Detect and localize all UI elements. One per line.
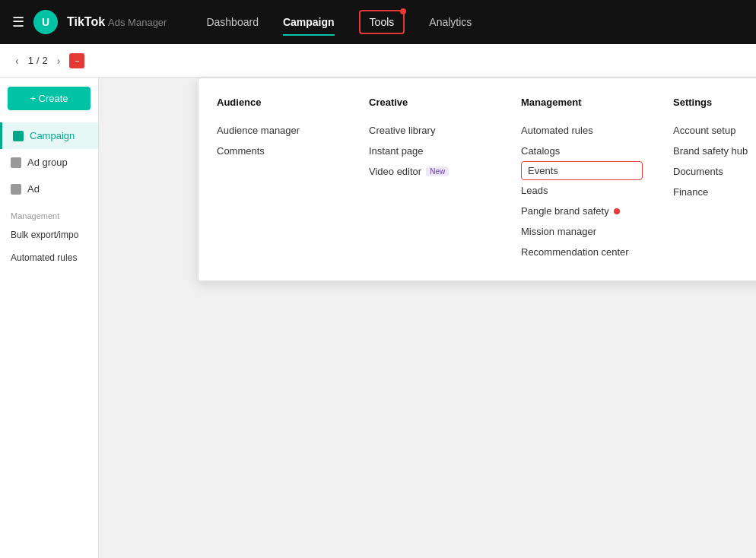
brand-name: TikTokAds Manager [67,15,167,29]
campaign-icon [13,131,24,141]
pagination-info: 1 / 2 [28,55,48,66]
management-col-title: Management [521,97,643,108]
avatar: U [33,10,58,34]
sidebar: + Create Campaign Ad group Ad Management… [0,78,99,558]
sidebar-bulk-export[interactable]: Bulk export/impo [0,224,98,246]
menu-item-instant-page[interactable]: Instant page [369,141,491,161]
menu-item-comments[interactable]: Comments [217,141,338,161]
creative-col-title: Creative [369,97,491,108]
nav-dashboard[interactable]: Dashboard [206,10,259,34]
menu-item-events[interactable]: Events [521,161,643,180]
menu-column-creative: Creative Creative library Instant page V… [369,97,491,262]
menu-item-video-editor[interactable]: Video editor New [369,161,491,182]
subheader: ‹ 1 / 2 › − [0,44,756,78]
main-layout: + Create Campaign Ad group Ad Management… [0,78,756,558]
close-button[interactable]: − [69,53,84,68]
management-section-label: Management [0,202,98,224]
menu-item-pangle-brand-safety[interactable]: Pangle brand safety [521,201,643,221]
menu-item-account-setup[interactable]: Account setup [673,120,756,141]
adgroup-icon [11,157,21,168]
menu-item-creative-library[interactable]: Creative library [369,120,491,141]
menu-item-finance[interactable]: Finance [673,182,756,202]
menu-item-automated-rules[interactable]: Automated rules [521,120,643,141]
top-navigation: ☰ U TikTokAds Manager Dashboard Campaign… [0,0,756,44]
new-badge: New [426,166,449,176]
nav-campaign[interactable]: Campaign [283,10,335,34]
sidebar-item-ad[interactable]: Ad [0,176,98,202]
menu-item-recommendation-center[interactable]: Recommendation center [521,242,643,262]
nav-links: Dashboard Campaign Tools Analytics [206,10,472,34]
menu-column-management: Management Automated rules Catalogs Even… [521,97,643,262]
menu-item-brand-safety-hub[interactable]: Brand safety hub [673,141,756,161]
menu-column-audience: Audience Audience manager Comments [217,97,338,262]
settings-col-title: Settings [673,97,756,108]
menu-item-audience-manager[interactable]: Audience manager [217,120,338,141]
pangle-notification-dot [614,208,620,214]
menu-item-leads[interactable]: Leads [521,180,643,201]
ad-icon [11,184,21,195]
menu-item-catalogs[interactable]: Catalogs [521,141,643,161]
sidebar-automated-rules[interactable]: Automated rules [0,246,98,269]
tools-notification-dot [400,8,406,14]
menu-item-mission-manager[interactable]: Mission manager [521,221,643,242]
nav-analytics[interactable]: Analytics [429,16,472,28]
menu-column-settings: Settings Account setup Brand safety hub … [673,97,756,262]
nav-tools[interactable]: Tools [359,10,405,34]
sidebar-item-adgroup[interactable]: Ad group [0,149,98,176]
menu-item-documents[interactable]: Documents [673,161,756,182]
create-button[interactable]: + Create [8,87,91,110]
pagination-next[interactable]: › [54,53,64,68]
pagination-prev[interactable]: ‹ [12,53,22,68]
audience-col-title: Audience [217,97,338,108]
content-area: Audience Audience manager Comments Creat… [99,78,756,558]
hamburger-icon[interactable]: ☰ [12,14,24,30]
sidebar-item-campaign[interactable]: Campaign [0,122,98,149]
tools-mega-menu: Audience Audience manager Comments Creat… [198,78,756,281]
